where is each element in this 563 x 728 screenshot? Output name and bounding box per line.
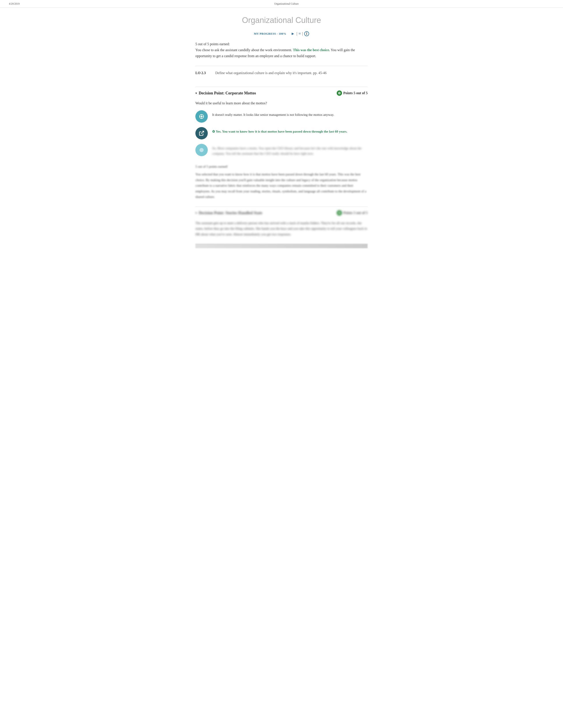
decision-header-2: ▾ Decision Point: Stories Handled State …: [195, 210, 368, 216]
choice-item-1: It doesn't really matter. It looks like …: [195, 110, 368, 123]
page-bottom-bar: [195, 244, 368, 248]
play-icon[interactable]: [291, 32, 295, 36]
choice-item-2: ✿ Yes. You want to know how it is that m…: [195, 127, 368, 139]
points-badge-1: ✿ Points 5 out of 5: [337, 90, 368, 96]
lo-label: LO 2.3: [195, 70, 211, 76]
main-container: Organizational Culture MY PROGRESS - 100…: [182, 8, 381, 261]
info-icon[interactable]: i: [304, 31, 309, 36]
points-check-icon-2: ✿: [337, 210, 342, 216]
decision-question-1: Would it be useful to learn more about t…: [195, 101, 368, 106]
divider-2: |: [302, 31, 303, 37]
svg-line-6: [201, 131, 204, 134]
lo-section: LO 2.3 Define what organizational cultur…: [195, 66, 368, 80]
lo-text: Define what organizational culture is an…: [215, 70, 327, 76]
decision-header-1: ▾ Decision Point: Corporate Mottos ✿ Poi…: [195, 90, 368, 96]
choice-text-2: ✿ Yes. You want to know how it is that m…: [212, 127, 347, 134]
decision-title-2: Decision Point: Stories Handled State: [199, 210, 262, 216]
choice-text-3: So, Most companies have a motto. You ope…: [212, 144, 368, 156]
svg-point-7: [199, 148, 204, 152]
header-date: 4/29/2019: [9, 2, 20, 6]
points-text-1: Points 5 out of 5: [343, 90, 368, 96]
choice-icon-3: [195, 144, 208, 156]
intro-body: You chose to ask the assistant candidly …: [195, 47, 368, 59]
points-check-icon: ✿: [337, 90, 342, 96]
collapse-arrow-2[interactable]: ▾: [195, 211, 197, 215]
intro-points: 5 out of 5 points earned:: [195, 41, 368, 47]
decision-section-1: ▾ Decision Point: Corporate Mottos ✿ Poi…: [195, 87, 368, 200]
decision-section-2: ▾ Decision Point: Stories Handled State …: [195, 206, 368, 237]
page-header: 4/29/2019 Organizational Culture: [0, 0, 563, 8]
choice-icon-2: [195, 127, 208, 139]
blurred-result-title: 5 out of 5 points earned!: [195, 164, 368, 170]
svg-point-5: [201, 116, 202, 117]
choice-text-1: It doesn't really matter. It looks like …: [212, 110, 334, 117]
divider-1: |: [297, 31, 298, 37]
blurred-result-body: You selected that you want to know how i…: [195, 172, 368, 200]
points-text-2: Points 5 out of 5: [343, 210, 368, 216]
decision-body-2: The assistant gets up to meet a delivery…: [195, 220, 368, 237]
list-icon[interactable]: [299, 31, 301, 37]
choice-item-3: So, Most companies have a motto. You ope…: [195, 144, 368, 156]
page-title: Organizational Culture: [195, 14, 368, 26]
choice-icon-1: [195, 110, 208, 123]
decision-title-row: ▾ Decision Point: Corporate Mottos: [195, 90, 256, 96]
blurred-result-section: 5 out of 5 points earned! You selected t…: [195, 161, 368, 200]
progress-bar: MY PROGRESS - 100% | | i: [195, 31, 368, 37]
points-badge-2: ✿ Points 5 out of 5: [337, 210, 368, 216]
progress-label: MY PROGRESS - 100%: [254, 32, 287, 36]
collapse-arrow-1[interactable]: ▾: [195, 91, 197, 96]
decision-title-row-2: ▾ Decision Point: Stories Handled State: [195, 210, 262, 216]
intro-green-text: This was the best choice.: [293, 48, 330, 52]
decision-title-1: Decision Point: Corporate Mottos: [199, 90, 256, 96]
choice-green-text-2: ✿ Yes. You want to know how it is that m…: [212, 130, 347, 133]
header-title: Organizational Culture: [274, 2, 299, 6]
progress-icons: | | i: [291, 31, 309, 37]
intro-section: 5 out of 5 points earned: You chose to a…: [195, 41, 368, 59]
